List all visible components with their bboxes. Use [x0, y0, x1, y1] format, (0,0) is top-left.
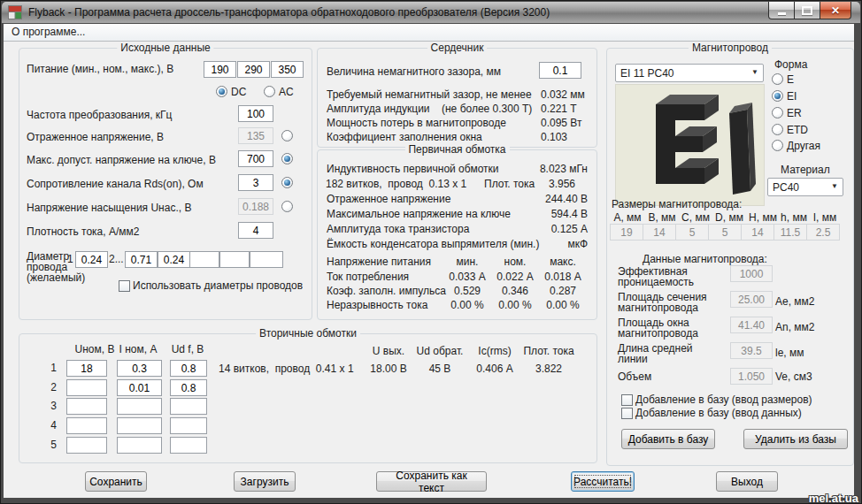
diameter-1-input[interactable] [75, 251, 108, 268]
row-5-inom-input[interactable] [117, 437, 162, 454]
usat-radio[interactable] [281, 201, 293, 212]
form-etd-radio[interactable] [772, 124, 783, 135]
dc-radio[interactable] [216, 86, 227, 97]
load-button[interactable]: Загрузить [234, 471, 296, 492]
save-button[interactable]: Сохранить [85, 471, 147, 492]
consumption-current-label: Ток потребления [327, 271, 409, 283]
gap-input[interactable] [539, 62, 581, 79]
max-switch-voltage-input[interactable] [238, 150, 273, 167]
row-2-udf-input[interactable] [170, 379, 207, 396]
use-diameters-checkbox[interactable] [119, 280, 130, 292]
calculate-button[interactable]: Рассчитать! [571, 471, 635, 492]
diameter-6-input[interactable] [250, 251, 283, 268]
frequency-label: Частота преобразования, кГц [27, 109, 173, 121]
row-1-udf-input[interactable] [170, 360, 207, 377]
add-sizes-checkbox[interactable] [621, 394, 633, 406]
core-type-select[interactable]: EI 11 PC40 ▼ [615, 64, 764, 82]
exit-button[interactable]: Выход [716, 471, 778, 492]
row-3-inom-input[interactable] [117, 398, 162, 415]
source-data-group: Исходные данные Питание (мин., ном., мак… [19, 48, 312, 320]
minimize-button[interactable] [768, 2, 795, 19]
window-controls: ✕ [769, 2, 851, 19]
primary-density-value: 3.956 [549, 178, 575, 190]
core-group: Сердечник Величина немагнитного зазора, … [317, 48, 597, 148]
duty-cycle-min: 0.529 [443, 285, 492, 297]
material-value: PC40 [773, 181, 799, 194]
an-unit: An, мм2 [775, 321, 815, 333]
frequency-input[interactable] [238, 105, 273, 122]
supply-label: Питание (мин., ном., макс.), В [27, 63, 173, 75]
diameter-4-input[interactable] [189, 251, 219, 268]
row-5-udf-input[interactable] [170, 437, 207, 454]
row-5-unom-input[interactable] [66, 437, 107, 454]
continuity-nom: 0.00 % [490, 299, 540, 311]
supply-nom-input[interactable] [237, 61, 270, 78]
form-etd-label: ETD [787, 124, 808, 136]
supply-min-input[interactable] [204, 61, 236, 78]
consumption-min: 0.033 А [443, 271, 492, 283]
material-select[interactable]: PC40 ▼ [767, 178, 843, 196]
form-ei-radio[interactable] [772, 90, 783, 102]
rds-label: Сопротивление канала Rds(on), Ом [27, 178, 204, 190]
row-1-unom-input[interactable] [66, 360, 107, 377]
core-type-value: EI 11 PC40 [620, 67, 673, 80]
ei-core-image [615, 84, 765, 206]
save-as-text-button[interactable]: Сохранить как текст [376, 471, 487, 492]
add-data-checkbox[interactable] [621, 408, 633, 419]
maximize-button[interactable] [794, 2, 820, 19]
inductance-value: 8.023 мГн [540, 163, 588, 175]
primary-density-label: Плот. тока [484, 178, 535, 190]
row-2-inom-input[interactable] [117, 379, 162, 396]
row-4-udf-input[interactable] [170, 417, 207, 434]
row-3-unom-input[interactable] [66, 398, 107, 415]
row-4-number: 4 [44, 419, 57, 431]
row-1-inom-input[interactable] [117, 360, 162, 377]
size-b-header: B, мм [646, 211, 678, 224]
primary-reflected-value: 244.40 В [545, 193, 588, 205]
close-icon: ✕ [831, 4, 840, 17]
row-4-unom-input[interactable] [66, 417, 107, 434]
rds-radio[interactable] [281, 177, 293, 188]
consumption-nom: 0.022 А [490, 271, 540, 283]
delete-from-db-button[interactable]: Удалить из базы [743, 429, 848, 449]
form-other-radio[interactable] [772, 140, 783, 151]
size-hs-header: h, мм [778, 211, 810, 224]
material-label: Материал [781, 164, 830, 176]
use-diameters-label: Использовать диаметры проводов [133, 279, 303, 292]
induction-label: Амплитуда индукции [327, 103, 430, 115]
max-switch-voltage-label: Макс. допуст. напряжение на ключе, В [27, 154, 216, 166]
col-max-header: макс. [538, 256, 588, 268]
size-d-header: D, мм [713, 211, 745, 224]
menu-about[interactable]: О программе... [4, 24, 93, 41]
sizes-title: Размеры магнитопровода: [612, 198, 742, 210]
size-c-input [675, 224, 709, 241]
reflected-voltage-radio[interactable] [281, 130, 293, 141]
size-a-input [610, 224, 643, 241]
form-er-radio[interactable] [772, 107, 783, 118]
continuity-max: 0.00 % [538, 299, 588, 311]
diameter-3-input[interactable] [158, 251, 190, 268]
current-density-input[interactable] [238, 222, 273, 239]
diameter-2-input[interactable] [125, 251, 158, 268]
size-hs-input [773, 224, 807, 241]
form-er-label: ER [787, 107, 802, 119]
minimize-icon [778, 12, 786, 15]
rds-input[interactable] [238, 174, 273, 191]
form-e-radio[interactable] [772, 73, 783, 85]
add-to-db-button[interactable]: Добавить в базу [621, 429, 715, 449]
consumption-max: 0.018 А [538, 271, 588, 283]
row-2-unom-input[interactable] [66, 379, 107, 396]
secondary-windings-group: Вторичные обмотки Uном, В I ном, А Ud f,… [19, 333, 597, 463]
close-button[interactable]: ✕ [820, 2, 851, 19]
ac-radio-label: AC [279, 86, 294, 98]
row-3-udf-input[interactable] [170, 398, 207, 415]
row-4-inom-input[interactable] [117, 417, 162, 434]
diameter-5-input[interactable] [219, 251, 250, 268]
ac-radio[interactable] [264, 86, 275, 97]
size-i-header: I, мм [809, 211, 841, 224]
menu-bar: О программе... [4, 24, 854, 42]
supply-max-input[interactable] [271, 61, 304, 78]
secondary-windings-title: Вторичные обмотки [256, 327, 360, 340]
max-switch-voltage-radio[interactable] [281, 153, 293, 164]
le-input [730, 342, 773, 359]
